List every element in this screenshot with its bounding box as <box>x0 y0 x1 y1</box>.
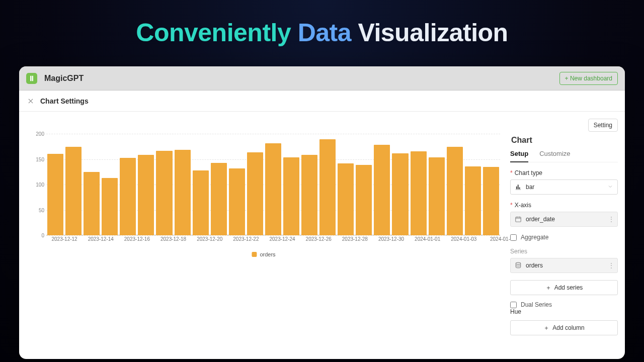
chart-area: 050100150200 2023-12-122023-12-142023-12… <box>27 134 500 259</box>
aggregate-row[interactable]: Aggregate <box>510 234 618 241</box>
new-dashboard-button[interactable]: + New dashboard <box>559 72 618 85</box>
x-axis-field[interactable]: order_date ⋮ <box>510 212 618 227</box>
more-vert-icon[interactable]: ⋮ <box>608 216 614 223</box>
chevron-down-icon <box>607 184 613 191</box>
bar <box>102 178 118 235</box>
bar <box>193 170 209 235</box>
x-tick: 2024-01-03 <box>451 236 476 242</box>
bar <box>374 145 390 235</box>
plus-icon: ＋ <box>545 284 551 292</box>
bar <box>156 151 172 235</box>
add-series-button[interactable]: ＋ Add series <box>510 280 618 295</box>
bar <box>483 167 499 235</box>
chart-x-ticks: 2023-12-122023-12-142023-12-162023-12-18… <box>46 236 500 246</box>
bar <box>65 147 82 235</box>
bar <box>283 157 299 235</box>
close-icon[interactable] <box>26 97 35 106</box>
x-tick: 2023-12-12 <box>52 236 77 242</box>
database-icon <box>515 262 522 269</box>
app-window: MagicGPT + New dashboard Chart Settings … <box>19 66 625 359</box>
y-tick: 150 <box>27 156 44 162</box>
bar-chart-icon <box>515 184 522 191</box>
chart-type-select[interactable]: bar <box>510 179 618 195</box>
bar <box>319 139 336 235</box>
hero-word-3: Visualization <box>358 19 508 47</box>
svg-rect-0 <box>516 217 521 222</box>
bar <box>229 168 245 235</box>
add-series-label: Add series <box>554 284 583 291</box>
bar <box>247 152 263 235</box>
aggregate-checkbox[interactable] <box>510 234 517 241</box>
bar <box>447 147 463 235</box>
chart-bars <box>46 134 500 235</box>
x-tick: 2023-12-26 <box>306 236 332 242</box>
bar <box>265 143 281 235</box>
x-tick: 2023-12-18 <box>160 236 186 242</box>
hero-title: Conveniently Data Visualization <box>0 0 644 58</box>
chart-settings-panel: Chart Setup Customize *Chart type bar *X… <box>510 136 618 341</box>
series-field[interactable]: orders ⋮ <box>510 258 618 273</box>
bar <box>47 154 63 235</box>
x-tick: 2023-12-30 <box>378 236 404 242</box>
more-vert-icon[interactable]: ⋮ <box>608 262 614 269</box>
bar <box>465 166 481 235</box>
chart-type-value: bar <box>526 184 534 191</box>
add-column-button[interactable]: ＋ Add column <box>510 320 618 335</box>
y-tick: 50 <box>27 207 44 213</box>
y-tick: 200 <box>27 131 44 137</box>
tab-customize[interactable]: Customize <box>539 150 570 162</box>
aggregate-label: Aggregate <box>521 234 548 241</box>
hue-label: Hue <box>510 308 618 315</box>
x-tick: 2023-12-14 <box>88 236 114 242</box>
dual-series-row[interactable]: Dual Series <box>510 301 618 308</box>
subheader-title: Chart Settings <box>40 97 89 105</box>
bar <box>120 158 136 235</box>
svg-point-1 <box>516 262 520 264</box>
hero-word-1: Conveniently <box>136 19 291 47</box>
tab-setup[interactable]: Setup <box>510 150 528 162</box>
y-tick: 0 <box>27 233 44 238</box>
hero-word-2: Data <box>298 19 351 47</box>
x-tick: 2023-12-24 <box>269 236 295 242</box>
bar <box>411 151 427 235</box>
panel-title: Chart <box>510 136 618 145</box>
bar <box>175 150 191 235</box>
series-value: orders <box>526 262 543 269</box>
app-name: MagicGPT <box>44 74 84 83</box>
calendar-icon <box>515 216 522 223</box>
x-tick: 2024-01- <box>490 236 510 242</box>
label-chart-type: *Chart type <box>510 169 618 176</box>
x-axis-value: order_date <box>526 216 555 223</box>
y-tick: 100 <box>27 182 44 188</box>
app-header: MagicGPT + New dashboard <box>19 66 625 90</box>
series-section-label: Series <box>510 248 618 255</box>
setting-button[interactable]: Setting <box>588 119 618 132</box>
dual-series-label: Dual Series <box>521 301 552 308</box>
x-tick: 2024-01-01 <box>415 236 440 242</box>
x-tick: 2023-12-22 <box>233 236 259 242</box>
legend-label: orders <box>260 251 275 257</box>
bar <box>392 153 408 235</box>
bar <box>338 163 354 235</box>
add-column-label: Add column <box>552 324 584 331</box>
plus-icon: ＋ <box>543 324 549 332</box>
panel-tabs: Setup Customize <box>510 150 618 162</box>
chart-legend: orders <box>252 251 275 257</box>
bar <box>138 155 154 235</box>
bar <box>211 163 227 235</box>
label-x-axis: *X-axis <box>510 202 618 209</box>
subheader: Chart Settings <box>19 90 625 112</box>
dual-series-checkbox[interactable] <box>510 302 517 308</box>
bar <box>429 157 445 235</box>
legend-swatch-icon <box>252 252 257 257</box>
bar <box>301 155 317 235</box>
x-tick: 2023-12-28 <box>342 236 368 242</box>
app-logo-icon <box>26 73 37 84</box>
bar <box>356 165 372 235</box>
bar <box>84 172 100 235</box>
x-tick: 2023-12-16 <box>124 236 150 242</box>
x-tick: 2023-12-20 <box>197 236 222 242</box>
content-area: Setting 050100150200 2023-12-122023-12-1… <box>19 112 625 359</box>
